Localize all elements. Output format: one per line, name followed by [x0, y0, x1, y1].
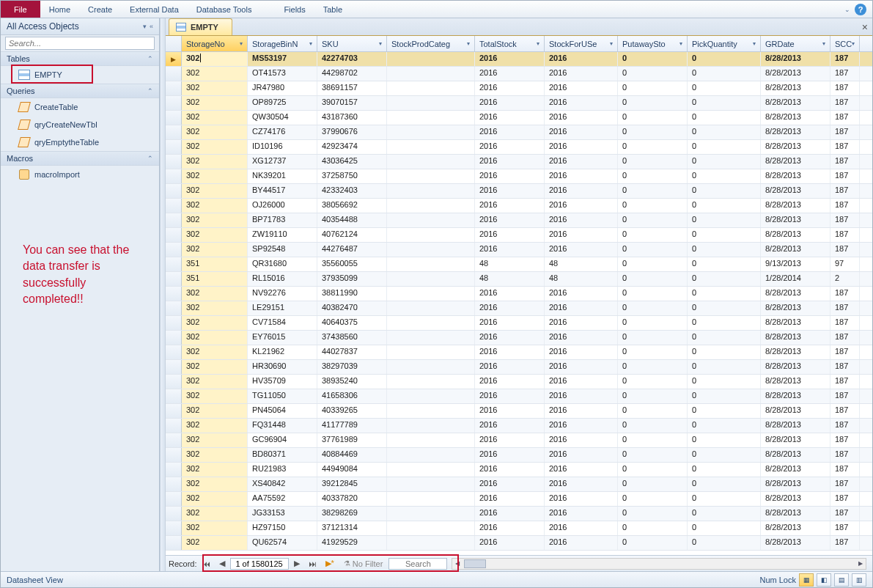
cell[interactable]: 187 [830, 345, 860, 359]
table-row[interactable]: 302CZ741763799067620162016008/28/2013187 [166, 125, 872, 140]
pivot-table-view-button[interactable]: ▤ [834, 573, 849, 587]
table-row[interactable]: 302OP897253907015720162016008/28/2013187 [166, 96, 872, 111]
cell[interactable]: 37761989 [317, 433, 387, 447]
cell[interactable]: 8/28/2013 [761, 433, 830, 447]
cell[interactable]: 2016 [475, 507, 545, 521]
cell[interactable]: CZ74176 [248, 125, 317, 139]
cell[interactable]: 187 [830, 404, 860, 418]
cell[interactable]: 0 [688, 316, 761, 330]
cell[interactable]: 0 [688, 521, 761, 535]
cell[interactable]: 2016 [475, 419, 545, 433]
cell[interactable]: 2016 [545, 169, 618, 183]
cell[interactable]: 2016 [475, 331, 545, 345]
column-header-pickquantity[interactable]: PickQuantity▾ [688, 36, 761, 51]
cell[interactable]: 48 [475, 257, 545, 271]
cell[interactable]: 44276487 [317, 243, 387, 257]
cell[interactable]: BP71783 [248, 213, 317, 227]
cell[interactable]: 8/28/2013 [761, 140, 830, 154]
row-selector[interactable] [166, 213, 182, 227]
cell[interactable]: 187 [830, 125, 860, 139]
cell[interactable]: 42332403 [317, 184, 387, 198]
table-row[interactable]: 302XG127374303642520162016008/28/2013187 [166, 155, 872, 169]
cell[interactable]: 2016 [475, 228, 545, 242]
cell[interactable] [387, 169, 475, 183]
row-selector[interactable] [166, 360, 182, 374]
cell[interactable]: 37990676 [317, 125, 387, 139]
cell[interactable]: QR31680 [248, 257, 317, 271]
cell[interactable]: 2016 [475, 184, 545, 198]
cell[interactable]: 302 [182, 448, 248, 462]
cell[interactable]: 2016 [475, 375, 545, 389]
cell[interactable]: 187 [830, 507, 860, 521]
table-row[interactable]: 302TG110504165830620162016008/28/2013187 [166, 389, 872, 404]
cell[interactable]: ZW19110 [248, 228, 317, 242]
cell[interactable]: 302 [182, 360, 248, 374]
cell[interactable]: 2016 [475, 155, 545, 169]
cell[interactable]: 0 [618, 492, 688, 506]
cell[interactable] [387, 52, 475, 66]
cell[interactable]: 0 [618, 521, 688, 535]
cell[interactable]: 0 [618, 448, 688, 462]
cell[interactable]: 8/28/2013 [761, 345, 830, 359]
cell[interactable]: 0 [688, 96, 761, 110]
database-tools-tab[interactable]: Database Tools [188, 1, 261, 18]
cell[interactable]: 2016 [545, 536, 618, 550]
cell[interactable]: 0 [618, 404, 688, 418]
cell[interactable] [387, 448, 475, 462]
cell[interactable] [387, 360, 475, 374]
cell[interactable]: 0 [618, 375, 688, 389]
cell[interactable]: 8/28/2013 [761, 243, 830, 257]
cell[interactable]: 2016 [545, 111, 618, 125]
cell[interactable]: 0 [688, 213, 761, 227]
cell[interactable]: ID10196 [248, 140, 317, 154]
create-tab[interactable]: Create [79, 1, 121, 18]
chevron-down-icon[interactable]: ▾ [537, 40, 539, 47]
table-row[interactable]: 302RU219834494908420162016008/28/2013187 [166, 463, 872, 477]
cell[interactable]: 8/28/2013 [761, 52, 830, 66]
cell[interactable]: 0 [688, 448, 761, 462]
cell[interactable]: 2016 [545, 507, 618, 521]
cell[interactable]: XG12737 [248, 155, 317, 169]
cell[interactable]: 0 [618, 184, 688, 198]
cell[interactable]: 0 [688, 140, 761, 154]
row-selector[interactable] [166, 125, 182, 139]
row-selector[interactable] [166, 81, 182, 95]
cell[interactable]: 2016 [545, 448, 618, 462]
cell[interactable]: 0 [688, 536, 761, 550]
cell[interactable]: 302 [182, 213, 248, 227]
search-input[interactable] [5, 37, 155, 50]
cell[interactable] [387, 184, 475, 198]
cell[interactable]: 351 [182, 272, 248, 286]
cell[interactable]: 302 [182, 184, 248, 198]
row-selector[interactable] [166, 507, 182, 521]
cell[interactable]: 8/28/2013 [761, 389, 830, 403]
cell[interactable]: 44027837 [317, 345, 387, 359]
cell[interactable]: 0 [618, 81, 688, 95]
cell[interactable]: 302 [182, 81, 248, 95]
cell[interactable]: 8/28/2013 [761, 81, 830, 95]
cell[interactable]: 2016 [475, 316, 545, 330]
cell[interactable]: NV92276 [248, 287, 317, 301]
nav-item-macroimport[interactable]: macroImport [1, 166, 159, 183]
cell[interactable]: 8/28/2013 [761, 492, 830, 506]
cell[interactable]: 42923474 [317, 140, 387, 154]
table-row[interactable]: 302OJ260003805669220162016008/28/2013187 [166, 199, 872, 213]
cell[interactable]: 2016 [475, 404, 545, 418]
row-selector[interactable] [166, 111, 182, 125]
table-row[interactable]: 302CV715844064037520162016008/28/2013187 [166, 316, 872, 331]
cell[interactable]: 2016 [545, 433, 618, 447]
cell[interactable]: 0 [688, 404, 761, 418]
cell[interactable]: 187 [830, 331, 860, 345]
table-row[interactable]: 302BY445174233240320162016008/28/2013187 [166, 184, 872, 199]
cell[interactable]: 0 [688, 199, 761, 213]
pivot-chart-view-button[interactable]: ▥ [852, 573, 866, 587]
cell[interactable]: 2016 [475, 345, 545, 359]
table-row[interactable]: 302HV357093893524020162016008/28/2013187 [166, 375, 872, 389]
table-row[interactable]: 302QW305044318736020162016008/28/2013187 [166, 111, 872, 125]
cell[interactable]: 38811990 [317, 287, 387, 301]
cell[interactable]: 187 [830, 67, 860, 81]
cell[interactable] [387, 389, 475, 403]
cell[interactable]: 302 [182, 331, 248, 345]
cell[interactable]: BY44517 [248, 184, 317, 198]
cell[interactable]: 0 [688, 272, 761, 286]
